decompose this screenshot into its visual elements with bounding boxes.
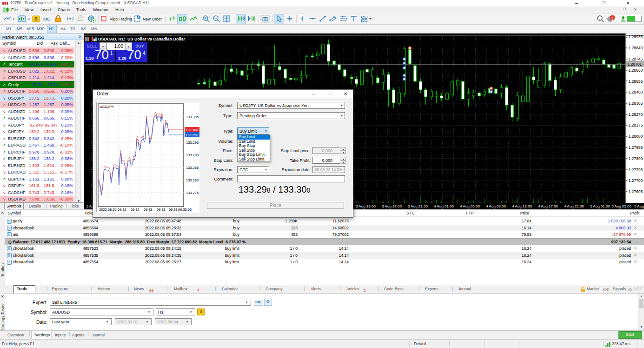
svg-text:1.28935: 1.28935 [629, 34, 643, 39]
svg-text:133.305: 133.305 [186, 115, 199, 119]
svg-text:5 Aug 01:00: 5 Aug 01:00 [590, 204, 610, 208]
svg-text:2022.08.05: 2022.08.05 [99, 207, 117, 212]
svg-text:09:33: 09:33 [144, 207, 153, 212]
svg-text:133.280: 133.280 [186, 178, 199, 182]
svg-text:1.28840: 1.28840 [629, 46, 643, 50]
svg-text:09:32: 09:32 [118, 207, 126, 212]
svg-text:09:33: 09:33 [169, 207, 178, 212]
svg-text:133.290: 133.290 [186, 153, 199, 157]
svg-text:1.27795: 1.27795 [629, 167, 643, 172]
svg-text:1.27700: 1.27700 [629, 178, 643, 183]
svg-text:3 Aug 21:00: 3 Aug 21:00 [408, 204, 428, 208]
svg-text:4 Aug 21:00: 4 Aug 21:00 [564, 204, 584, 208]
svg-text:1.28555: 1.28555 [629, 79, 643, 84]
svg-text:1: 1 [611, 16, 614, 20]
svg-text:133.295: 133.295 [186, 141, 199, 145]
svg-text:3 Aug 13:00: 3 Aug 13:00 [356, 204, 376, 208]
svg-text:4 Aug 17:00: 4 Aug 17:00 [538, 204, 558, 208]
svg-text:4 Aug 05:00: 4 Aug 05:00 [460, 204, 480, 208]
svg-text:09:32: 09:32 [131, 207, 139, 212]
svg-text:USDJPY: USDJPY [100, 105, 114, 109]
svg-text:1.28701: 1.28701 [628, 62, 642, 67]
svg-text:4 Aug 13:00: 4 Aug 13:00 [512, 204, 532, 208]
svg-text:4 Aug 01:00: 4 Aug 01:00 [434, 204, 454, 208]
svg-text:5 Aug 05:00: 5 Aug 05:00 [611, 204, 631, 208]
svg-text:09:33:50: 09:33:50 [178, 207, 192, 212]
svg-text:1.27890: 1.27890 [629, 156, 643, 161]
svg-text:1.28270: 1.28270 [629, 112, 643, 117]
svg-text:4 Aug 09:00: 4 Aug 09:00 [486, 204, 506, 208]
svg-text:1.27985: 1.27985 [629, 145, 643, 150]
svg-text:5 Aug 09:00: 5 Aug 09:00 [634, 204, 644, 208]
svg-text:LVL: LVL [621, 20, 626, 22]
svg-text:1.28080: 1.28080 [629, 134, 643, 139]
svg-text:1.27605: 1.27605 [629, 189, 643, 194]
svg-text:1.28650: 1.28650 [629, 68, 643, 73]
svg-text:09:33: 09:33 [157, 207, 166, 212]
svg-text:133.275: 133.275 [186, 191, 199, 195]
svg-text:133.300: 133.300 [186, 128, 198, 132]
svg-text:1.28365: 1.28365 [629, 101, 643, 106]
svg-text:133.285: 133.285 [186, 166, 199, 170]
svg-text:$: $ [35, 16, 38, 21]
svg-text:1.28745: 1.28745 [629, 57, 643, 61]
svg-text:1.28175: 1.28175 [629, 123, 643, 127]
svg-text:1.28460: 1.28460 [629, 90, 643, 94]
svg-text:3 Aug 17:00: 3 Aug 17:00 [382, 204, 402, 208]
svg-text:133.298: 133.298 [186, 133, 198, 137]
